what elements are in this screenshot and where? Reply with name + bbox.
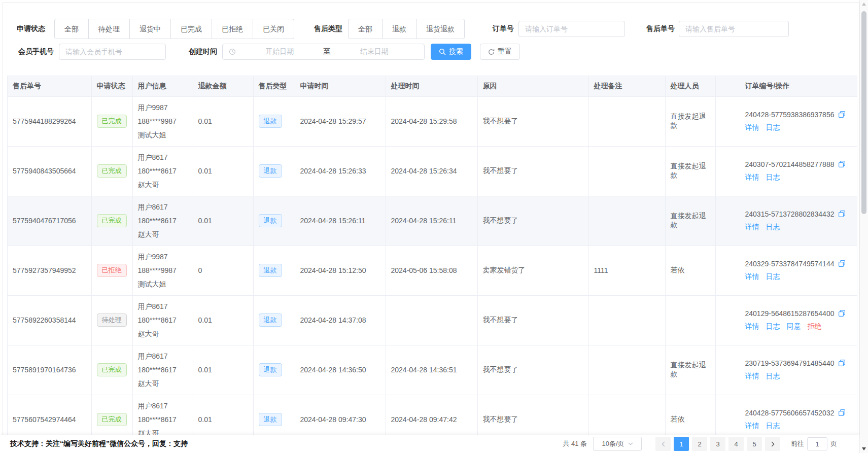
- table-row: 5775607542974464已完成用户8617180****8617赵大哥0…: [8, 395, 857, 436]
- action-link-detail[interactable]: 详情: [745, 422, 759, 430]
- phone-label: 会员手机号: [18, 47, 54, 56]
- reason-cell: 我不想要了: [477, 96, 588, 146]
- action-link-detail[interactable]: 详情: [745, 173, 759, 181]
- action-link-approve[interactable]: 同意: [787, 322, 801, 330]
- column-header: 售后单号: [8, 76, 91, 96]
- page-button-3[interactable]: 3: [710, 437, 725, 451]
- user-info-line: 赵大哥: [138, 377, 188, 391]
- order-no-input[interactable]: [518, 21, 625, 37]
- type-badge: 退款: [259, 363, 282, 376]
- copy-icon[interactable]: [838, 409, 846, 416]
- type-cell: 退款: [253, 246, 295, 295]
- user-info-line: 188****9987: [138, 264, 188, 277]
- order-number: 230719-5373694791485440: [745, 359, 835, 367]
- copy-icon[interactable]: [838, 260, 846, 267]
- phone-input[interactable]: [59, 44, 166, 60]
- filter-bar-row-2: 会员手机号 创建时间 开始日期 至 结束日期 搜索: [18, 44, 520, 60]
- action-link-reject[interactable]: 拒绝: [808, 322, 822, 330]
- action-link-log[interactable]: 日志: [766, 322, 780, 330]
- remark-cell: [588, 196, 665, 246]
- status-filter-option[interactable]: 待处理: [89, 19, 130, 39]
- reset-button[interactable]: 重置: [480, 44, 520, 60]
- type-filter-option[interactable]: 退款: [383, 19, 416, 39]
- amount-cell: 0.01: [193, 196, 253, 246]
- table-row: 5775927357949952已拒绝用户9987188****9987测试大姐…: [8, 246, 857, 295]
- aftersale-no-input[interactable]: [679, 21, 789, 37]
- prev-page-button[interactable]: [655, 437, 671, 451]
- user-info-line: 测试大姐: [138, 277, 188, 291]
- aftersale-management-page: 申请状态 全部待处理退货中已完成已拒绝已关闭 售后类型 全部退款退货退款 订单号…: [0, 0, 868, 453]
- type-cell: 退款: [253, 295, 295, 345]
- user-info-line: 180****8617: [138, 363, 188, 377]
- support-text: 技术支持：关注“编写美好前程”微信公众号，回复：支持: [10, 439, 188, 448]
- order-cell: 240428-5775606657452032详情日志: [715, 395, 857, 436]
- created-date-range-picker[interactable]: 开始日期 至 结束日期: [222, 44, 425, 60]
- action-link-detail[interactable]: 详情: [745, 272, 759, 281]
- order-number: 240315-5713728802834432: [745, 210, 835, 218]
- aftersale-id-cell: 5775891970164736: [8, 345, 91, 395]
- status-filter-option[interactable]: 已完成: [171, 19, 212, 39]
- copy-icon[interactable]: [838, 210, 846, 218]
- search-button[interactable]: 搜索: [431, 44, 471, 60]
- copy-icon[interactable]: [838, 160, 846, 168]
- handle-time-cell: 2024-04-28 15:29:58: [386, 96, 477, 146]
- user-info-line: 测试大姐: [138, 128, 188, 142]
- goto-label: 前往: [791, 439, 804, 448]
- action-link-detail[interactable]: 详情: [745, 372, 759, 380]
- status-filter-option[interactable]: 已拒绝: [212, 19, 253, 39]
- type-filter-option[interactable]: 全部: [348, 19, 383, 39]
- page-button-1[interactable]: 1: [674, 437, 689, 451]
- type-cell: 退款: [253, 196, 295, 246]
- page-scrollbar[interactable]: [859, 0, 868, 453]
- amount-cell: 0: [193, 246, 253, 295]
- action-link-log[interactable]: 日志: [766, 173, 780, 181]
- table-row: 5775940843505664已完成用户8617180****8617赵大哥0…: [8, 146, 857, 196]
- page-size-select[interactable]: 10条/页: [593, 437, 642, 451]
- action-link-detail[interactable]: 详情: [745, 223, 759, 231]
- status-filter-option[interactable]: 已关闭: [253, 19, 294, 39]
- amount-cell: 0.01: [193, 146, 253, 196]
- next-page-button[interactable]: [765, 437, 780, 451]
- status-filter-option[interactable]: 退货中: [130, 19, 171, 39]
- table-row: 5775891970164736已完成用户8617180****8617赵大哥0…: [8, 345, 857, 395]
- action-link-log[interactable]: 日志: [766, 372, 780, 380]
- type-filter-option[interactable]: 退货退款: [416, 19, 465, 39]
- column-header: 原因: [477, 76, 588, 96]
- aftersale-id-cell: 5775927357949952: [8, 246, 91, 295]
- copy-icon[interactable]: [838, 111, 846, 118]
- chevron-right-icon: [771, 441, 775, 447]
- table-body: 5775944188299264已完成用户9987188****9987测试大姐…: [8, 96, 857, 436]
- user-cell: 用户9987188****9987测试大姐: [132, 96, 193, 146]
- column-header: 售后类型: [253, 76, 295, 96]
- goto-page-input[interactable]: [807, 437, 827, 450]
- start-date-placeholder[interactable]: 开始日期: [236, 47, 324, 56]
- column-header: 订单编号/操作: [715, 76, 857, 96]
- user-info-line: 用户8617: [138, 300, 188, 313]
- user-info-line: 赵大哥: [138, 178, 188, 192]
- page-button-2[interactable]: 2: [692, 437, 707, 451]
- action-link-detail[interactable]: 详情: [745, 123, 759, 131]
- status-filter-option[interactable]: 全部: [54, 19, 89, 39]
- scrollbar-up-arrow-icon[interactable]: [862, 3, 866, 6]
- column-header: 申请时间: [295, 76, 386, 96]
- status-cell: 已完成: [91, 146, 132, 196]
- scrollbar-thumb[interactable]: [861, 11, 866, 214]
- page-button-5[interactable]: 5: [747, 437, 762, 451]
- row-actions: 详情日志: [745, 223, 852, 232]
- search-button-label: 搜索: [449, 47, 463, 56]
- user-cell: 用户8617180****8617赵大哥: [132, 196, 193, 246]
- order-cell: 240329-5733784749574144详情日志: [715, 246, 857, 295]
- scrollbar-down-arrow-icon[interactable]: [862, 447, 866, 450]
- end-date-placeholder[interactable]: 结束日期: [331, 47, 419, 56]
- copy-icon[interactable]: [838, 359, 846, 367]
- page-button-4[interactable]: 4: [728, 437, 744, 451]
- status-badge: 已完成: [97, 164, 127, 178]
- action-link-log[interactable]: 日志: [766, 123, 780, 131]
- handle-time-cell: 2024-04-28 15:26:11: [386, 196, 477, 246]
- action-link-log[interactable]: 日志: [766, 272, 780, 281]
- row-actions: 详情日志: [745, 272, 852, 282]
- copy-icon[interactable]: [838, 309, 846, 317]
- action-link-detail[interactable]: 详情: [745, 322, 759, 330]
- action-link-log[interactable]: 日志: [766, 422, 780, 430]
- action-link-log[interactable]: 日志: [766, 223, 780, 231]
